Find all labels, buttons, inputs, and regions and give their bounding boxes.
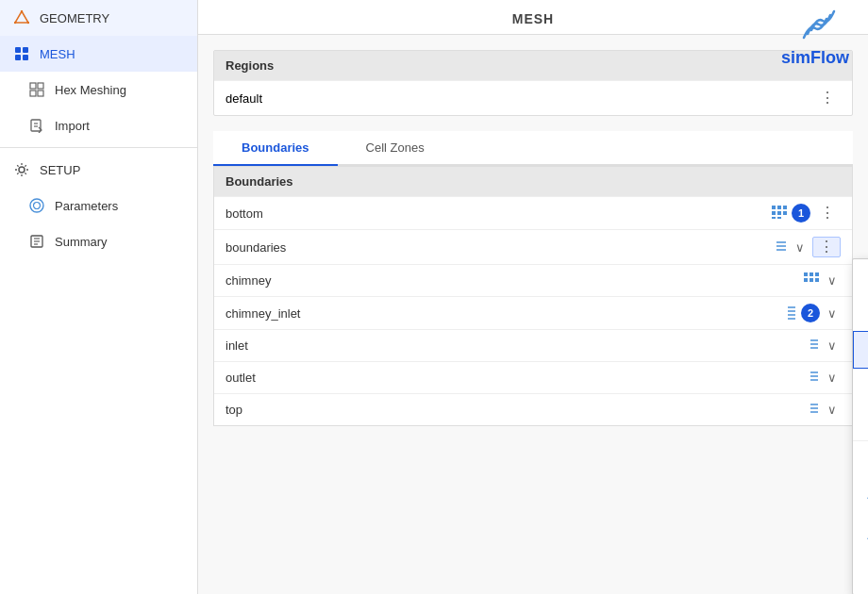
- parameters-icon: [28, 197, 45, 214]
- tab-cell-zones[interactable]: Cell Zones: [338, 131, 453, 166]
- grid-icon-top: [809, 401, 820, 419]
- chevron-outlet[interactable]: ∨: [824, 370, 841, 386]
- svg-rect-27: [783, 211, 787, 215]
- chevron-top[interactable]: ∨: [824, 402, 841, 418]
- setup-icon: [13, 161, 30, 178]
- chevron-chimney[interactable]: ∨: [824, 272, 841, 289]
- svg-rect-28: [772, 217, 776, 219]
- menu-item-cyclic-interface[interactable]: Create Cyclic Interface: [853, 441, 868, 477]
- svg-rect-23: [777, 206, 781, 209]
- sidebar-divider-1: [0, 147, 197, 148]
- svg-rect-22: [772, 206, 776, 209]
- boundary-row-outlet: outlet ∨: [214, 361, 852, 393]
- svg-rect-47: [810, 272, 813, 276]
- boundary-name-chimney: chimney: [225, 273, 271, 288]
- boundary-row-boundaries: boundaries ∨ ⋮: [214, 229, 852, 264]
- svg-rect-26: [777, 211, 781, 215]
- boundary-name-outlet: outlet: [225, 371, 256, 385]
- svg-rect-8: [30, 83, 36, 89]
- chevron-inlet[interactable]: ∨: [824, 338, 841, 354]
- svg-rect-29: [777, 217, 781, 219]
- dots-button-bottom[interactable]: ⋮: [814, 204, 841, 223]
- svg-rect-4: [15, 47, 21, 53]
- import-icon: [28, 117, 45, 134]
- dots-button-boundaries[interactable]: ⋮: [812, 237, 841, 257]
- main-header: MESH: [198, 0, 868, 35]
- sidebar-label-hex-meshing: Hex Meshing: [55, 83, 126, 97]
- sidebar-label-geometry: GEOMETRY: [40, 11, 109, 25]
- menu-item-periodic-interface[interactable]: Create Periodic Interface: [853, 558, 868, 594]
- svg-rect-51: [815, 278, 819, 282]
- grid-icon-outlet: [809, 369, 820, 387]
- svg-rect-50: [810, 278, 813, 282]
- sidebar-label-summary: Summary: [55, 235, 108, 249]
- svg-rect-9: [38, 83, 43, 89]
- sidebar-label-mesh: MESH: [40, 47, 75, 61]
- boundary-actions-boundaries: ∨ ⋮: [775, 237, 841, 257]
- region-dots-button[interactable]: ⋮: [814, 89, 841, 107]
- regions-card: Regions default ⋮: [213, 50, 853, 116]
- chevron-boundaries[interactable]: ∨: [792, 239, 809, 256]
- svg-rect-48: [815, 272, 819, 276]
- boundary-row-bottom: bottom 1: [214, 196, 852, 229]
- sidebar-item-import[interactable]: Import: [0, 107, 197, 143]
- sidebar: GEOMETRY MESH Hex Meshing: [0, 0, 198, 594]
- menu-item-refine[interactable]: Refine: [853, 259, 868, 295]
- boundaries-section-header: Boundaries: [214, 167, 852, 196]
- region-row-default: default ⋮: [214, 80, 852, 115]
- menu-item-create-boundary-layer[interactable]: Create Boundary Layer: [853, 295, 868, 331]
- menu-item-merge[interactable]: Merge: [853, 369, 868, 404]
- sidebar-label-setup: SETUP: [40, 163, 80, 177]
- sidebar-label-import: Import: [55, 119, 90, 133]
- svg-marker-0: [15, 11, 28, 23]
- svg-point-17: [34, 203, 41, 209]
- region-name-default: default: [225, 91, 262, 106]
- boundary-actions-top: ∨: [809, 401, 841, 419]
- sidebar-item-mesh[interactable]: MESH: [0, 36, 197, 72]
- sidebar-item-summary[interactable]: Summary: [0, 223, 197, 259]
- layers-icon-boundaries: [775, 239, 788, 256]
- chevron-chimney-inlet[interactable]: ∨: [824, 305, 841, 322]
- boundary-name-boundaries: boundaries: [225, 240, 286, 255]
- grid-icon-bottom: [771, 205, 788, 223]
- boundary-row-chimney-inlet: chimney_inlet 2 ∨: [214, 296, 852, 329]
- tabs-row: Boundaries Cell Zones: [213, 131, 853, 166]
- sidebar-item-hex-meshing[interactable]: Hex Meshing: [0, 72, 197, 107]
- boundary-name-chimney-inlet: chimney_inlet: [225, 306, 301, 321]
- logo-area: simFlow: [781, 8, 849, 68]
- boundary-name-inlet: inlet: [225, 338, 248, 353]
- menu-item-arbitrarily-coupled[interactable]: ACMI Create Arbitrarily Coupled Interfac…: [853, 513, 868, 558]
- badge-bottom: 1: [792, 204, 810, 223]
- menu-item-extrude[interactable]: Extrude: [853, 331, 868, 369]
- header-title: MESH: [512, 11, 554, 26]
- boundary-actions-inlet: ∨: [809, 337, 841, 355]
- svg-rect-5: [23, 47, 28, 53]
- tab-boundaries[interactable]: Boundaries: [213, 131, 338, 166]
- sidebar-item-geometry[interactable]: GEOMETRY: [0, 0, 197, 36]
- boundary-row-inlet: inlet ∨: [214, 329, 852, 361]
- content-area: Regions default ⋮ Boundaries Cell Zones …: [198, 35, 868, 594]
- sidebar-item-parameters[interactable]: Parameters: [0, 188, 197, 223]
- svg-rect-11: [38, 91, 43, 96]
- boundary-row-chimney: chimney ∨: [214, 264, 852, 296]
- svg-rect-6: [15, 55, 21, 60]
- boundary-actions-outlet: ∨: [809, 369, 841, 387]
- svg-rect-46: [804, 272, 808, 276]
- grid-icon-chimney-inlet: [786, 305, 797, 322]
- mesh-icon: [13, 45, 30, 62]
- sidebar-item-setup[interactable]: SETUP: [0, 152, 197, 188]
- main-content: simFlow MESH Regions default ⋮ Boundarie…: [198, 0, 868, 594]
- logo-waves-icon: [794, 8, 836, 48]
- menu-item-arbitrary-interface[interactable]: AMI Create Arbitrary Interface: [853, 477, 868, 513]
- menu-item-extract-from[interactable]: Extract From: [853, 404, 868, 440]
- hex-meshing-icon: [28, 81, 45, 98]
- boundary-actions-bottom: 1 ⋮: [771, 204, 841, 223]
- geometry-icon: [13, 9, 30, 26]
- logo-text: simFlow: [781, 48, 849, 68]
- svg-rect-25: [772, 211, 776, 215]
- regions-header: Regions: [214, 51, 852, 80]
- svg-point-15: [19, 167, 25, 173]
- grid-icon-inlet: [809, 337, 820, 355]
- boundary-name-top: top: [225, 403, 242, 417]
- boundaries-card: Boundaries bottom: [213, 166, 853, 426]
